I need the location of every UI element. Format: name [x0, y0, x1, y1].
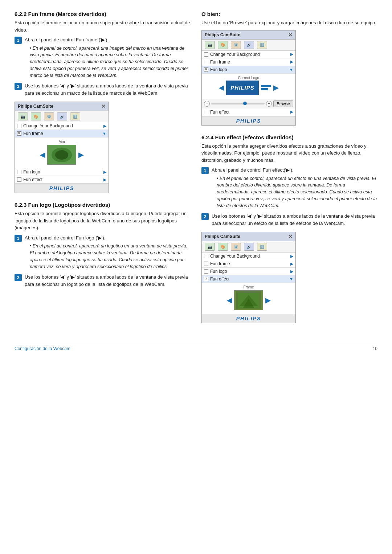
- menu-label-bg-2: Change Your Background: [210, 52, 260, 57]
- heading-622: 6.2.2 Fun frame (Marcos divertidos): [15, 11, 191, 17]
- arrow-funframe-3: ▶: [290, 262, 293, 266]
- cam-slider-row-2: − + Browse: [202, 99, 295, 108]
- toolbar-icon-settings[interactable]: ⚙️: [44, 112, 54, 120]
- cam-titlebar-2: Philips CamSuite ✕: [202, 30, 295, 40]
- cam-title-3: Philips CamSuite: [205, 234, 240, 239]
- menu-item-bg-3[interactable]: Change Your Background ▶: [202, 253, 295, 260]
- toolbar-icon-info-3[interactable]: ℹ️: [257, 243, 267, 251]
- checkbox-funeffect-2[interactable]: [204, 110, 208, 114]
- checkbox-funframe-2[interactable]: [204, 60, 208, 64]
- checkbox-bg-1[interactable]: [17, 124, 21, 128]
- browse-button-2[interactable]: Browse: [273, 100, 293, 107]
- toolbar-icon-effects[interactable]: 🎨: [31, 112, 41, 120]
- cam-title-2: Philips CamSuite: [205, 32, 240, 37]
- toolbar-icon-camera-3[interactable]: 📷: [205, 243, 215, 251]
- logo-box: PHILIPS: [226, 81, 259, 95]
- arrow-funlogo-2: ▼: [289, 67, 293, 72]
- menu-item-bg-2[interactable]: Change Your Background ▶: [202, 51, 295, 58]
- menu-label-funeffect-3: Fun effect: [210, 276, 229, 282]
- close-btn-2[interactable]: ✕: [288, 32, 293, 38]
- checkbox-funlogo-1[interactable]: [17, 170, 21, 174]
- arrow-bg-1: ▶: [103, 124, 106, 128]
- nav-right-2[interactable]: ▶: [273, 84, 278, 92]
- nav-right-3[interactable]: ▶: [265, 296, 270, 304]
- arrow-bg-3: ▶: [290, 254, 293, 259]
- toolbar-icon-audio-2[interactable]: 🔊: [244, 41, 254, 49]
- step-622-2: 2 Use los botones '◀' y '▶' situados a a…: [15, 82, 191, 98]
- menu-item-funlogo-2[interactable]: Fun logo ▼: [202, 66, 295, 74]
- step-num-623-1: 1: [15, 235, 22, 242]
- cam-preview-funlogo: Current Logo ◀ PHILIPS ▶: [202, 74, 295, 99]
- close-btn-3[interactable]: ✕: [288, 234, 293, 239]
- nav-left-1[interactable]: ◀: [40, 151, 45, 159]
- logo-preview-row: ◀ PHILIPS ▶: [219, 81, 278, 95]
- checkbox-bg-3[interactable]: [204, 254, 208, 258]
- toolbar-icon-audio[interactable]: 🔊: [57, 112, 67, 120]
- arrow-funframe-2: ▶: [290, 59, 293, 64]
- toolbar-icon-info-2[interactable]: ℹ️: [257, 41, 267, 49]
- slider-track-2[interactable]: [211, 103, 265, 104]
- nav-right-1[interactable]: ▶: [78, 151, 83, 159]
- toolbar-icon-camera[interactable]: 📷: [18, 112, 28, 120]
- heading-obien: O bien:: [201, 11, 377, 17]
- checkbox-funframe-1[interactable]: [17, 131, 21, 136]
- arrow-bg-2: ▶: [290, 52, 293, 57]
- checkbox-bg-2[interactable]: [204, 52, 208, 57]
- menu-item-bg-1[interactable]: Change Your Background ▶: [15, 122, 109, 130]
- preview-frame-1: ◀ ▶: [40, 145, 83, 165]
- cam-preview-funeffect: Frame ◀ ▶: [202, 283, 295, 314]
- arrow-funeffect-3: ▼: [289, 277, 293, 281]
- slider-minus-2[interactable]: −: [204, 101, 210, 107]
- cam-window-2: Philips CamSuite ✕ 📷 🎨 ⚙️ 🔊 ℹ️ Change Yo…: [201, 30, 296, 126]
- menu-label-bg-3: Change Your Background: [210, 254, 260, 259]
- arrow-funeffect-1: ▶: [103, 177, 106, 182]
- menu-item-funeffect-2[interactable]: Fun effect ▶: [202, 108, 295, 116]
- menu-item-funframe-2[interactable]: Fun frame ▶: [202, 58, 295, 66]
- toolbar-icon-settings-3[interactable]: ⚙️: [231, 243, 241, 251]
- cam-toolbar-1: 📷 🎨 ⚙️ 🔊 ℹ️: [15, 111, 109, 122]
- checkbox-funeffect-1[interactable]: [17, 177, 21, 182]
- menu-item-funframe-1[interactable]: Fun frame ▼: [15, 130, 109, 138]
- step1-main-622: Abra el panel de control Fun frame ('▶')…: [25, 36, 191, 44]
- nav-left-2[interactable]: ◀: [219, 84, 224, 92]
- menu-item-funlogo-3[interactable]: Fun logo ▶: [202, 268, 295, 275]
- toolbar-icon-settings-2[interactable]: ⚙️: [231, 41, 241, 49]
- step1-bullet-624: En el panel de control, aparecerá un efe…: [215, 175, 377, 209]
- menu-label-funeffect-2: Fun effect: [210, 110, 229, 115]
- close-btn-1[interactable]: ✕: [101, 103, 106, 109]
- toolbar-icon-effects-3[interactable]: 🎨: [218, 243, 228, 251]
- toolbar-icon-camera-2[interactable]: 📷: [205, 41, 215, 49]
- menu-item-funeffect-1[interactable]: Fun effect ▶: [15, 176, 109, 184]
- toolbar-icon-effects-2[interactable]: 🎨: [218, 41, 228, 49]
- intro-622: Esta opción le permite colocar un marco …: [15, 19, 191, 33]
- arrow-funeffect-2: ▶: [290, 110, 293, 114]
- cam-preview-funframe: Aim ◀ ▶: [15, 138, 109, 168]
- checkbox-funframe-3[interactable]: [204, 262, 208, 266]
- toolbar-icon-audio-3[interactable]: 🔊: [244, 243, 254, 251]
- slider-plus-2[interactable]: +: [266, 101, 272, 107]
- checkbox-funeffect-3[interactable]: [204, 277, 208, 281]
- cam-window-1: Philips CamSuite ✕ 📷 🎨 ⚙️ 🔊 ℹ️ Change Yo…: [15, 102, 109, 193]
- nav-left-3[interactable]: ◀: [227, 296, 232, 304]
- menu-label-funlogo-3: Fun logo: [210, 269, 227, 274]
- svg-point-1: [55, 150, 68, 160]
- menu-item-funeffect-3[interactable]: Fun effect ▼: [202, 275, 295, 283]
- page-footer: Configuración de la Webcam 10: [15, 343, 377, 351]
- step-622-1: 1 Abra el panel de control Fun frame ('▶…: [15, 36, 191, 79]
- menu-item-funlogo-1[interactable]: Fun logo ▶: [15, 168, 109, 176]
- checkbox-funlogo-3[interactable]: [204, 269, 208, 274]
- step-num-1: 1: [15, 37, 22, 44]
- slider-thumb-2: [243, 102, 247, 105]
- menu-item-funframe-3[interactable]: Fun frame ▶: [202, 260, 295, 268]
- preview-frame-3: ◀ ▶: [227, 290, 270, 310]
- checkbox-funlogo-2[interactable]: [204, 67, 208, 72]
- menu-label-funframe-3: Fun frame: [210, 261, 230, 266]
- toolbar-icon-info[interactable]: ℹ️: [70, 112, 80, 120]
- cam-title-1: Philips CamSuite: [18, 104, 53, 109]
- logo-size-bars: [261, 85, 271, 90]
- cam-window-3: Philips CamSuite ✕ 📷 🎨 ⚙️ 🔊 ℹ️ Change Yo…: [201, 232, 296, 323]
- preview-img-3: [234, 290, 263, 310]
- cam-toolbar-3: 📷 🎨 ⚙️ 🔊 ℹ️: [202, 241, 295, 253]
- steps-624: 1 Abra el panel de control Fun effect('▶…: [201, 167, 377, 228]
- cam-footer-3: PHILIPS: [202, 314, 295, 323]
